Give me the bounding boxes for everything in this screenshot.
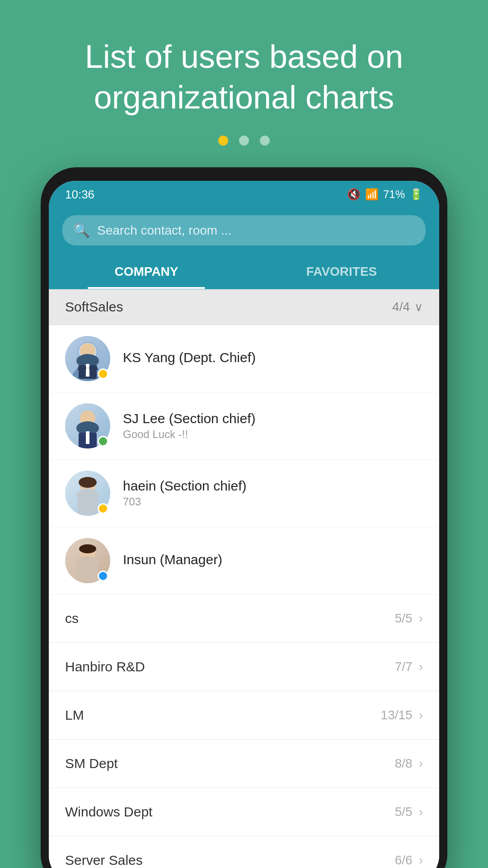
dept-row-name-0: cs: [65, 611, 79, 626]
dept-row-count-4: 5/5: [395, 805, 413, 819]
expanded-dept-name: SoftSales: [65, 299, 123, 315]
tab-favorites[interactable]: FAVORITES: [244, 255, 439, 289]
chevron-icon-4: ›: [419, 805, 423, 819]
contact-name-3: haein (Section chief): [123, 478, 423, 494]
dept-row-name-3: SM Dept: [65, 756, 118, 771]
dept-row-3[interactable]: SM Dept 8/8 ›: [49, 740, 439, 788]
svg-rect-16: [78, 499, 98, 514]
svg-rect-12: [86, 431, 89, 444]
status-dot-1: [98, 368, 108, 379]
battery-text: 71%: [383, 188, 405, 201]
avatar-container-1: [65, 336, 110, 381]
phone-frame: 10:36 🔇 📶 71% 🔋 🔍 Search contact, room .…: [41, 167, 447, 868]
dept-row-right-4: 5/5 ›: [395, 805, 423, 819]
contact-info-2: SJ Lee (Section chief) Good Luck -!!: [123, 411, 423, 441]
svg-rect-20: [78, 566, 98, 582]
avatar-container-2: [65, 403, 110, 448]
hero-section: List of users based on organizational ch…: [0, 0, 488, 118]
dept-row-right-1: 7/7 ›: [395, 660, 423, 674]
avatar-container-4: [65, 538, 110, 583]
clock: 10:36: [65, 188, 94, 202]
search-placeholder: Search contact, room ...: [97, 223, 231, 238]
dept-row-name-2: LM: [65, 708, 84, 723]
status-bar: 10:36 🔇 📶 71% 🔋: [49, 181, 439, 208]
dept-row-right-3: 8/8 ›: [395, 756, 423, 771]
expanded-dept-count-area: 4/4 ∨: [392, 300, 423, 314]
chevron-icon-3: ›: [419, 756, 423, 771]
phone-screen: 10:36 🔇 📶 71% 🔋 🔍 Search contact, room .…: [49, 181, 439, 868]
contact-info-4: Insun (Manager): [123, 552, 423, 569]
dept-row-count-3: 8/8: [395, 756, 413, 771]
expanded-dept-count: 4/4: [392, 300, 410, 314]
dept-row-count-5: 6/6: [395, 853, 413, 868]
search-icon: 🔍: [73, 222, 90, 238]
dept-row-0[interactable]: cs 5/5 ›: [49, 594, 439, 643]
contact-item-4[interactable]: Insun (Manager): [49, 527, 439, 594]
contact-item-1[interactable]: KS Yang (Dept. Chief): [49, 325, 439, 392]
search-input-area[interactable]: 🔍 Search contact, room ...: [62, 215, 426, 245]
dept-row-name-5: Server Sales: [65, 853, 143, 868]
contact-item-3[interactable]: haein (Section chief) 703: [49, 460, 439, 527]
chevron-icon-5: ›: [419, 853, 423, 868]
wifi-icon: 📶: [365, 188, 379, 201]
tab-company[interactable]: COMPANY: [49, 255, 244, 289]
dept-row-count-2: 13/15: [381, 708, 413, 722]
dept-row-right-5: 6/6 ›: [395, 853, 423, 868]
battery-icon: 🔋: [409, 188, 423, 201]
chevron-icon-1: ›: [419, 660, 423, 674]
dept-row-1[interactable]: Hanbiro R&D 7/7 ›: [49, 643, 439, 691]
contacts-list: KS Yang (Dept. Chief): [49, 325, 439, 594]
dept-row-5[interactable]: Server Sales 6/6 ›: [49, 836, 439, 868]
dept-row-count-0: 5/5: [395, 611, 413, 626]
svg-point-14: [79, 477, 97, 488]
dot-3[interactable]: [260, 136, 270, 146]
dot-2[interactable]: [239, 136, 249, 146]
dept-row-name-4: Windows Dept: [65, 804, 152, 820]
contact-item-2[interactable]: SJ Lee (Section chief) Good Luck -!!: [49, 392, 439, 460]
hero-title: List of users based on organizational ch…: [27, 36, 461, 118]
dept-row-count-1: 7/7: [395, 660, 413, 674]
dept-row-4[interactable]: Windows Dept 5/5 ›: [49, 788, 439, 836]
content-area: SoftSales 4/4 ∨: [49, 289, 439, 868]
dots-indicator: [0, 136, 488, 146]
contact-name-2: SJ Lee (Section chief): [123, 411, 423, 426]
dept-row-right-0: 5/5 ›: [395, 611, 423, 626]
status-dot-4: [98, 571, 108, 581]
tabs-container: COMPANY FAVORITES: [49, 255, 439, 289]
chevron-icon-2: ›: [419, 708, 423, 722]
svg-rect-6: [86, 364, 89, 377]
svg-point-18: [79, 544, 96, 553]
dept-row-2[interactable]: LM 13/15 ›: [49, 691, 439, 740]
mute-icon: 🔇: [347, 188, 361, 201]
contact-info-1: KS Yang (Dept. Chief): [123, 350, 423, 367]
contact-status-3: 703: [123, 495, 423, 508]
dept-row-name-1: Hanbiro R&D: [65, 659, 145, 675]
status-icons: 🔇 📶 71% 🔋: [347, 188, 423, 201]
avatar-container-3: [65, 471, 110, 516]
dot-1[interactable]: [218, 136, 228, 146]
contact-name-4: Insun (Manager): [123, 552, 423, 567]
collapse-icon: ∨: [414, 300, 423, 314]
chevron-icon-0: ›: [419, 611, 423, 626]
search-bar: 🔍 Search contact, room ...: [49, 208, 439, 255]
dept-row-right-2: 13/15 ›: [381, 708, 423, 722]
contact-name-1: KS Yang (Dept. Chief): [123, 350, 423, 365]
contact-info-3: haein (Section chief) 703: [123, 478, 423, 508]
status-dot-2: [98, 436, 108, 447]
contact-status-2: Good Luck -!!: [123, 428, 423, 441]
expanded-dept-header[interactable]: SoftSales 4/4 ∨: [49, 289, 439, 325]
status-dot-3: [98, 503, 108, 514]
